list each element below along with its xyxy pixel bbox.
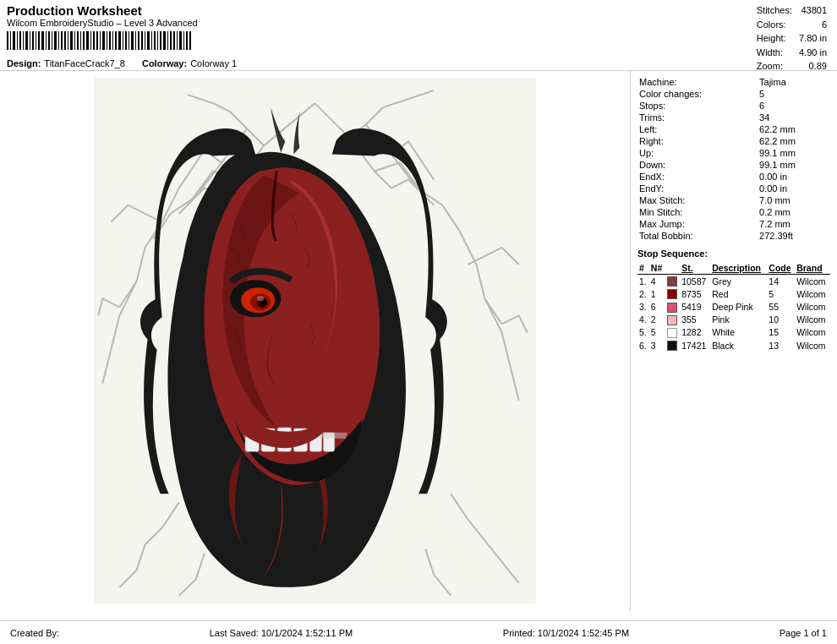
svg-rect-13 xyxy=(48,31,50,50)
min-stitch-row: Min Stitch: 0.2 mm xyxy=(637,206,830,218)
seq-col-num: # xyxy=(637,262,649,275)
seq-code: 14 xyxy=(767,275,795,288)
svg-rect-10 xyxy=(38,31,40,50)
svg-rect-56 xyxy=(186,31,188,50)
svg-rect-7 xyxy=(30,31,30,50)
svg-rect-18 xyxy=(64,31,66,50)
colors-label: Colors: xyxy=(753,18,796,32)
design-info: Design: TitanFaceCrack7_8 Colorway: Colo… xyxy=(7,58,830,68)
svg-rect-25 xyxy=(86,31,89,50)
svg-rect-34 xyxy=(115,31,117,50)
colors-value: 6 xyxy=(796,18,830,32)
colorway-value: Colorway 1 xyxy=(190,58,237,68)
seq-col-st: St. xyxy=(680,262,710,275)
seq-n: 6 xyxy=(649,300,665,313)
svg-rect-2 xyxy=(13,31,15,50)
down-value: 99.1 mm xyxy=(754,159,830,171)
seq-row: 6. 3 17421 Black 13 Wilcom xyxy=(637,339,830,352)
svg-rect-11 xyxy=(41,31,44,50)
embroidery-svg xyxy=(7,78,623,604)
seq-col-swatch xyxy=(665,262,680,275)
trims-label: Trims: xyxy=(637,112,754,123)
right-panel: Machine: Tajima Color changes: 5 Stops: … xyxy=(630,71,837,611)
zoom-value: 0.89 xyxy=(796,59,830,74)
seq-num: 5. xyxy=(637,326,649,339)
svg-rect-44 xyxy=(147,31,150,50)
svg-rect-42 xyxy=(141,31,143,50)
total-bobbin-value: 272.39ft xyxy=(754,230,830,242)
svg-rect-49 xyxy=(163,31,166,50)
seq-desc: Red xyxy=(710,287,767,300)
svg-rect-57 xyxy=(189,31,191,50)
down-label: Down: xyxy=(637,159,754,171)
seq-n: 1 xyxy=(649,287,665,300)
total-bobbin-label: Total Bobbin: xyxy=(637,230,754,242)
stop-sequence-table: # N# St. Description Code Brand 1. 4 105… xyxy=(637,262,830,352)
svg-rect-20 xyxy=(70,31,73,50)
svg-rect-27 xyxy=(93,31,95,50)
main-content: Machine: Tajima Color changes: 5 Stops: … xyxy=(0,71,837,611)
max-stitch-value: 7.0 mm xyxy=(754,194,830,206)
trims-row: Trims: 34 xyxy=(637,112,830,123)
total-bobbin-row: Total Bobbin: 272.39ft xyxy=(637,230,830,242)
stop-sequence-label: Stop Sequence: xyxy=(637,248,830,259)
color-changes-label: Color changes: xyxy=(637,88,754,100)
svg-rect-46 xyxy=(154,31,156,50)
svg-rect-33 xyxy=(112,31,113,50)
svg-rect-15 xyxy=(54,31,57,50)
machine-value: Tajima xyxy=(754,76,830,88)
width-label: Width: xyxy=(753,46,796,60)
svg-rect-38 xyxy=(129,31,129,50)
seq-brand: Wilcom xyxy=(795,326,830,339)
seq-col-code: Code xyxy=(767,262,795,275)
left-value: 62.2 mm xyxy=(754,123,830,135)
seq-st: 17421 xyxy=(680,339,710,352)
info-table: Machine: Tajima Color changes: 5 Stops: … xyxy=(637,76,830,242)
svg-rect-55 xyxy=(183,31,184,50)
right-label: Right: xyxy=(637,135,754,147)
max-stitch-row: Max Stitch: 7.0 mm xyxy=(637,194,830,206)
svg-rect-16 xyxy=(58,31,59,50)
seq-desc: Deep Pink xyxy=(710,300,767,313)
seq-desc: Pink xyxy=(710,314,767,326)
seq-st: 8735 xyxy=(680,287,710,300)
svg-rect-52 xyxy=(173,31,175,50)
width-value: 4.90 in xyxy=(796,46,830,60)
seq-swatch xyxy=(665,275,680,288)
last-saved: Last Saved: 10/1/2024 1:52:11 PM xyxy=(210,628,353,638)
color-changes-row: Color changes: 5 xyxy=(637,88,830,100)
endx-value: 0.00 in xyxy=(754,171,830,183)
seq-num: 1. xyxy=(637,275,649,288)
seq-row: 3. 6 5419 Deep Pink 55 Wilcom xyxy=(637,300,830,313)
svg-rect-17 xyxy=(61,31,63,50)
seq-col-n: N# xyxy=(649,262,665,275)
seq-num: 3. xyxy=(637,300,649,313)
svg-rect-9 xyxy=(36,31,36,50)
seq-st: 355 xyxy=(680,314,710,326)
seq-brand: Wilcom xyxy=(795,287,830,300)
stats-panel: Stitches: 43801 Colors: 6 Height: 7.80 i… xyxy=(753,3,830,74)
seq-row: 5. 5 1282 White 15 Wilcom xyxy=(637,326,830,339)
seq-st: 1282 xyxy=(680,326,710,339)
seq-code: 5 xyxy=(767,287,795,300)
created-by: Created By: xyxy=(10,628,59,638)
colorway-label: Colorway: xyxy=(142,58,187,68)
footer: Created By: Last Saved: 10/1/2024 1:52:1… xyxy=(0,620,837,644)
seq-brand: Wilcom xyxy=(795,339,830,352)
svg-rect-40 xyxy=(135,31,136,50)
seq-desc: White xyxy=(710,326,767,339)
seq-brand: Wilcom xyxy=(795,314,830,326)
barcode-svg xyxy=(7,31,193,53)
page-number: Page 1 of 1 xyxy=(780,628,827,638)
seq-brand: Wilcom xyxy=(795,275,830,288)
up-label: Up: xyxy=(637,147,754,159)
trims-value: 34 xyxy=(754,112,830,123)
seq-swatch xyxy=(665,339,680,352)
svg-rect-24 xyxy=(83,31,85,50)
seq-code: 15 xyxy=(767,326,795,339)
seq-swatch xyxy=(665,326,680,339)
svg-rect-23 xyxy=(80,31,81,50)
stops-value: 6 xyxy=(754,100,830,112)
svg-rect-12 xyxy=(46,31,46,50)
endy-row: EndY: 0.00 in xyxy=(637,183,830,194)
